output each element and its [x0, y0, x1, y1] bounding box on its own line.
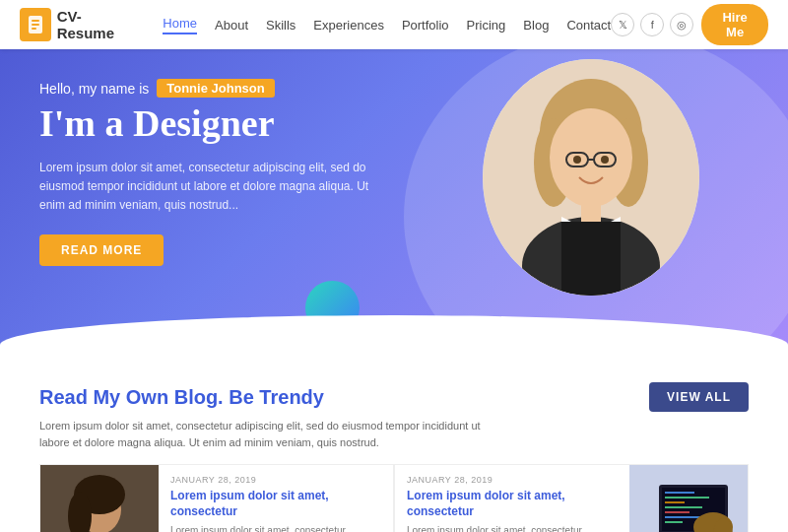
instagram-icon[interactable]: ◎	[670, 13, 693, 36]
twitter-icon[interactable]: 𝕏	[611, 13, 634, 36]
svg-rect-36	[665, 506, 702, 508]
hire-button[interactable]: Hire Me	[701, 4, 768, 45]
nav-home[interactable]: Home	[163, 16, 197, 34]
svg-point-15	[601, 156, 609, 164]
svg-rect-16	[581, 197, 601, 222]
blog-card-2-content: JANUARY 28, 2019 Lorem ipsum dolor sit a…	[395, 465, 629, 532]
facebook-icon[interactable]: f	[640, 13, 664, 36]
svg-rect-17	[561, 222, 621, 296]
blog-card-1-desc: Lorem ipsum dolor sit amet, consectetur …	[170, 524, 381, 532]
nav-contact[interactable]: Contact	[566, 18, 611, 33]
nav-about[interactable]: About	[215, 18, 248, 33]
blog-header: Read My Own Blog. Be Trendy VIEW ALL	[39, 382, 749, 412]
blog-card-2: JANUARY 28, 2019 Lorem ipsum dolor sit a…	[394, 464, 749, 532]
svg-rect-1	[32, 20, 39, 22]
hero-image-circle	[483, 59, 699, 296]
navbar: CV-Resume Home About Skills Experiences …	[0, 0, 788, 49]
hero-section: Hello, my name is Tonnie Johnson I'm a D…	[0, 49, 788, 365]
hero-image-area	[483, 59, 709, 325]
blog-section-desc: Lorem ipsum dolor sit amet, consectetur …	[39, 418, 512, 450]
blog-card-1: JANUARY 28, 2019 Lorem ipsum dolor sit a…	[39, 464, 394, 532]
blog-card-1-image	[40, 465, 159, 532]
blog-section: Read My Own Blog. Be Trendy VIEW ALL Lor…	[0, 365, 788, 532]
hello-prefix: Hello, my name is	[39, 81, 149, 97]
blog-section-title: Read My Own Blog. Be Trendy	[39, 386, 324, 409]
social-icons: 𝕏 f ◎	[611, 13, 693, 36]
nav-right: 𝕏 f ◎ Hire Me	[611, 4, 768, 45]
hero-title: I'm a Designer	[39, 103, 374, 145]
blog-card-2-image	[629, 465, 748, 532]
blog-card-2-title[interactable]: Lorem ipsum dolor sit amet, consectetur	[407, 489, 618, 519]
hero-description: Lorem ipsum dolor sit amet, consectetur …	[39, 159, 374, 216]
read-more-button[interactable]: READ MORE	[39, 234, 164, 266]
blog-card-1-content: JANUARY 28, 2019 Lorem ipsum dolor sit a…	[159, 465, 393, 532]
logo-icon	[20, 8, 51, 41]
svg-rect-33	[665, 492, 694, 494]
blog-card-1-date: JANUARY 28, 2019	[170, 475, 381, 485]
blog-card-2-date: JANUARY 28, 2019	[407, 475, 618, 485]
svg-rect-2	[32, 24, 39, 26]
hello-line: Hello, my name is Tonnie Johnson	[39, 79, 374, 98]
svg-rect-3	[32, 28, 36, 30]
logo-area: CV-Resume	[20, 8, 133, 41]
svg-rect-34	[665, 497, 709, 499]
name-badge: Tonnie Johnson	[157, 79, 274, 98]
nav-blog[interactable]: Blog	[523, 18, 549, 33]
svg-point-14	[573, 156, 581, 164]
svg-rect-37	[665, 511, 690, 513]
nav-portfolio[interactable]: Portfolio	[402, 18, 449, 33]
svg-rect-35	[665, 501, 685, 503]
hero-content: Hello, my name is Tonnie Johnson I'm a D…	[39, 79, 374, 266]
nav-links: Home About Skills Experiences Portfolio …	[163, 16, 611, 34]
nav-pricing[interactable]: Pricing	[467, 18, 506, 33]
nav-skills[interactable]: Skills	[266, 18, 296, 33]
logo-text: CV-Resume	[57, 8, 134, 41]
blog-cards: JANUARY 28, 2019 Lorem ipsum dolor sit a…	[39, 464, 749, 532]
blog-card-1-title[interactable]: Lorem ipsum dolor sit amet, consectetur	[170, 489, 381, 519]
svg-point-10	[550, 108, 632, 207]
view-all-button[interactable]: VIEW ALL	[649, 382, 749, 412]
nav-experiences[interactable]: Experiences	[313, 18, 384, 33]
svg-rect-39	[665, 521, 683, 523]
blog-card-2-desc: Lorem ipsum dolor sit amet, consectetur …	[407, 524, 618, 532]
